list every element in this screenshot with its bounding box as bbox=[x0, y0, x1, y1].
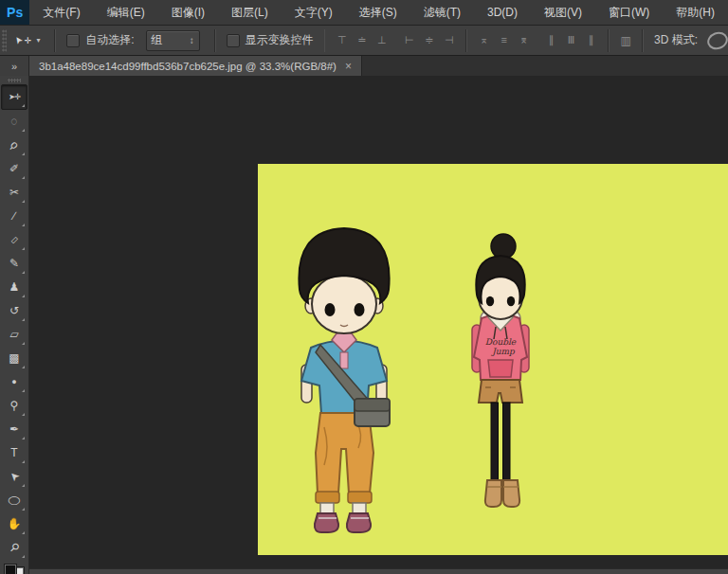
distribute-left-edges-button[interactable]: ∥ bbox=[541, 31, 561, 50]
boy-figure bbox=[299, 228, 390, 532]
lasso-tool[interactable]: ϙ bbox=[2, 134, 27, 157]
type-tool[interactable]: T bbox=[2, 441, 27, 465]
align-right-edges-button[interactable]: ⊣ bbox=[439, 31, 459, 50]
distribute-top-edges-button[interactable]: ⌅ bbox=[474, 31, 494, 50]
menu-bar: Ps 文件(F) 编辑(E) 图像(I) 图层(L) 文字(Y) 选择(S) 滤… bbox=[0, 0, 728, 26]
path-selection-tool[interactable]: ➤ bbox=[2, 465, 27, 489]
dodge-tool-icon: ⚲ bbox=[10, 400, 19, 411]
blur-tool-icon: ● bbox=[11, 378, 16, 386]
clone-stamp-tool[interactable]: ♟ bbox=[2, 276, 27, 299]
auto-select-option: 自动选择: bbox=[66, 32, 134, 48]
tools-panel: ➤✛ ◌ ϙ ✐ ✂ ∕ ▭ ✎ ♟ ↺ ▱ ▩ ● ⚲ ✒ T ➤ ◯ ✋ ⚲ bbox=[0, 76, 29, 574]
artwork-drawing: Double Jump bbox=[258, 164, 728, 555]
show-transform-label: 显示变换控件 bbox=[246, 32, 314, 48]
color-swatches[interactable] bbox=[4, 562, 25, 574]
distribute-bottom-edges-button[interactable]: ⌆ bbox=[514, 31, 534, 50]
quick-selection-tool-icon: ✐ bbox=[9, 163, 19, 174]
eyedropper-tool-icon: ∕ bbox=[13, 210, 15, 222]
menu-item-edit[interactable]: 编辑(E) bbox=[94, 0, 158, 25]
separator bbox=[608, 29, 610, 52]
separator bbox=[324, 29, 326, 52]
auto-select-target-value: 组 bbox=[152, 32, 163, 48]
zoom-tool[interactable]: ⚲ bbox=[2, 536, 27, 560]
3d-mode-label: 3D 模式: bbox=[654, 32, 698, 48]
show-transform-option: 显示变换控件 bbox=[227, 32, 314, 48]
auto-select-target-dropdown[interactable]: 组 ↕ bbox=[146, 30, 200, 51]
hand-tool[interactable]: ✋ bbox=[2, 512, 27, 536]
ellipse-shape-tool-icon: ◯ bbox=[8, 496, 20, 505]
type-tool-icon: T bbox=[10, 447, 17, 458]
menu-item-3d[interactable]: 3D(D) bbox=[474, 0, 531, 25]
hand-tool-icon: ✋ bbox=[8, 518, 22, 529]
menu-item-layer[interactable]: 图层(L) bbox=[218, 0, 282, 25]
gradient-tool-icon: ▩ bbox=[9, 352, 19, 364]
dodge-tool[interactable]: ⚲ bbox=[2, 394, 27, 418]
menu-item-file[interactable]: 文件(F) bbox=[29, 0, 93, 25]
marquee-tool-icon: ◌ bbox=[10, 116, 17, 127]
spot-healing-tool-icon: ▭ bbox=[9, 234, 20, 245]
document-image[interactable]: Double Jump bbox=[258, 164, 728, 555]
lasso-tool-icon: ϙ bbox=[8, 139, 20, 152]
hoodie-text-line1: Double bbox=[485, 337, 517, 347]
gradient-tool[interactable]: ▩ bbox=[2, 347, 27, 370]
tools-panel-grip[interactable] bbox=[8, 79, 21, 82]
brush-tool[interactable]: ✎ bbox=[2, 252, 27, 276]
canvas-area[interactable]: Double Jump bbox=[29, 76, 728, 568]
alignment-buttons: ⊤ ≐ ⊥ ⊢ ≑ ⊣ bbox=[332, 31, 459, 50]
move-tool-icon: ➤✛ bbox=[9, 93, 20, 101]
move-tool[interactable]: ➤✛ bbox=[1, 84, 27, 110]
document-tab-bar: » 3b1a48e89ce14cd99ffbd536b7cb625e.jpg @… bbox=[0, 56, 728, 76]
align-top-edges-button[interactable]: ⊤ bbox=[332, 31, 352, 50]
history-brush-tool[interactable]: ↺ bbox=[2, 299, 27, 323]
separator bbox=[642, 29, 644, 52]
brush-tool-icon: ✎ bbox=[9, 258, 19, 269]
menu-item-window[interactable]: 窗口(W) bbox=[595, 0, 663, 25]
current-tool-preview[interactable]: ➤ ✛ ▾ bbox=[7, 35, 47, 45]
eraser-tool-icon: ▱ bbox=[9, 329, 18, 340]
align-left-edges-button[interactable]: ⊢ bbox=[399, 31, 419, 50]
menu-item-image[interactable]: 图像(I) bbox=[158, 0, 218, 25]
close-document-icon[interactable]: × bbox=[345, 60, 352, 73]
align-bottom-edges-button[interactable]: ⊥ bbox=[372, 31, 391, 50]
distribute-spacing-button[interactable]: ▥ bbox=[616, 31, 635, 50]
move-cursor-icon: ➤ bbox=[12, 34, 26, 46]
show-transform-checkbox[interactable] bbox=[227, 34, 240, 47]
girl-figure: Double Jump bbox=[472, 234, 529, 507]
clone-stamp-tool-icon: ♟ bbox=[9, 281, 20, 293]
3d-orbit-icon[interactable] bbox=[705, 28, 728, 51]
crop-tool[interactable]: ✂ bbox=[2, 181, 27, 205]
separator bbox=[465, 29, 467, 52]
collapse-tools-panel-button[interactable]: » bbox=[0, 56, 29, 76]
foreground-color-swatch[interactable] bbox=[4, 564, 17, 574]
photoshop-logo: Ps bbox=[0, 0, 29, 25]
menu-item-view[interactable]: 视图(V) bbox=[531, 0, 595, 25]
zoom-tool-icon: ⚲ bbox=[8, 541, 22, 555]
distribute-right-edges-button[interactable]: ∥ bbox=[581, 31, 601, 50]
path-selection-tool-icon: ➤ bbox=[7, 470, 22, 485]
auto-select-checkbox[interactable] bbox=[66, 34, 80, 47]
align-vertical-centers-button[interactable]: ≐ bbox=[352, 31, 372, 50]
distribute-horizontal-centers-button[interactable]: Ⅲ bbox=[561, 31, 581, 50]
menu-item-select[interactable]: 选择(S) bbox=[346, 0, 410, 25]
menu-item-filter[interactable]: 滤镜(T) bbox=[410, 0, 474, 25]
eyedropper-tool[interactable]: ∕ bbox=[2, 205, 27, 228]
blur-tool[interactable]: ● bbox=[2, 370, 27, 394]
history-brush-tool-icon: ↺ bbox=[9, 305, 19, 316]
quick-selection-tool[interactable]: ✐ bbox=[2, 157, 27, 181]
document-tab[interactable]: 3b1a48e89ce14cd99ffbd536b7cb625e.jpg @ 3… bbox=[29, 56, 362, 76]
auto-select-label: 自动选择: bbox=[85, 32, 134, 48]
align-horizontal-centers-button[interactable]: ≑ bbox=[419, 31, 439, 50]
eraser-tool[interactable]: ▱ bbox=[2, 323, 27, 347]
separator bbox=[214, 29, 216, 52]
crop-tool-icon: ✂ bbox=[9, 187, 19, 198]
menu-item-help[interactable]: 帮助(H) bbox=[663, 0, 728, 25]
distribute-vertical-centers-button[interactable]: ≡ bbox=[494, 31, 514, 50]
spot-healing-brush-tool[interactable]: ▭ bbox=[2, 228, 27, 252]
menu-item-type[interactable]: 文字(Y) bbox=[282, 0, 346, 25]
separator bbox=[54, 29, 56, 52]
distribute-buttons: ⌅ ≡ ⌆ ∥ Ⅲ ∥ bbox=[474, 31, 601, 50]
elliptical-marquee-tool[interactable]: ◌ bbox=[2, 110, 27, 134]
ellipse-shape-tool[interactable]: ◯ bbox=[2, 489, 27, 512]
options-bar: ➤ ✛ ▾ 自动选择: 组 ↕ 显示变换控件 ⊤ ≐ ⊥ ⊢ ≑ ⊣ ⌅ bbox=[0, 26, 728, 56]
pen-tool[interactable]: ✒ bbox=[2, 418, 27, 441]
